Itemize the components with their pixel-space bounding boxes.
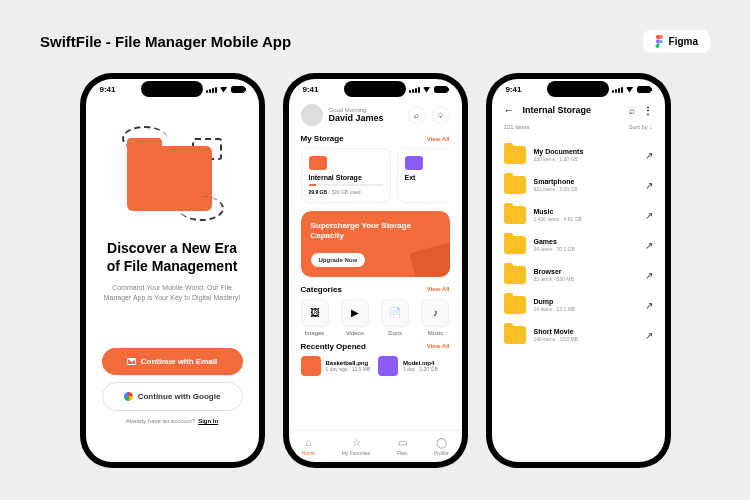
- avatar[interactable]: [301, 104, 323, 126]
- recent-file[interactable]: Basketball.png1 day ago · 12.5 MB: [301, 356, 373, 376]
- onboarding-headline: Discover a New Era of File Management: [102, 239, 243, 275]
- battery-icon: [637, 86, 651, 93]
- back-button[interactable]: ←: [504, 104, 515, 116]
- notifications-button[interactable]: ♤: [432, 106, 450, 124]
- folder-row[interactable]: Short Movie149 items · 33.8 MB↗: [504, 320, 653, 350]
- page-title: SwiftFile - File Manager Mobile App: [40, 33, 291, 50]
- folder-row[interactable]: Dump14 items · 13.1 MB↗: [504, 290, 653, 320]
- category-music[interactable]: ♪Music: [421, 299, 449, 336]
- nav-favorites[interactable]: ☆My Favorites: [342, 437, 371, 456]
- folder-name: Short Movie: [534, 328, 637, 335]
- video-icon: ▶: [341, 299, 369, 327]
- figma-label: Figma: [669, 36, 698, 47]
- nav-home[interactable]: ⌂Home: [302, 437, 315, 456]
- folder-icon: [504, 236, 526, 254]
- wifi-icon: [626, 87, 634, 93]
- folder-row[interactable]: Music1,420 items · 4.91 GB↗: [504, 200, 653, 230]
- folder-name: Dump: [534, 298, 637, 305]
- search-button[interactable]: ⌕: [629, 105, 635, 116]
- doc-icon: 📄: [381, 299, 409, 327]
- phone-home: 9:41 Good Morning David James ⌕ ♤ My Sto…: [283, 73, 468, 468]
- search-button[interactable]: ⌕: [408, 106, 426, 124]
- status-time: 9:41: [303, 85, 319, 94]
- phone-storage: 9:41 ← Internal Storage ⌕ ⋮ 121 items So…: [486, 73, 671, 468]
- arrow-icon: ↗: [645, 150, 653, 161]
- folder-icon: [504, 176, 526, 194]
- folder-name: My Documents: [534, 148, 637, 155]
- continue-google-button[interactable]: Continue with Google: [102, 382, 243, 411]
- folder-row[interactable]: Games34 items · 70.1 GB↗: [504, 230, 653, 260]
- signin-link[interactable]: Sign In: [198, 418, 218, 424]
- sort-button[interactable]: Sort by ↓: [629, 124, 653, 130]
- email-btn-label: Continue with Email: [141, 357, 217, 366]
- folder-row[interactable]: Browser32 items · 530 MB↗: [504, 260, 653, 290]
- folder-icon: [504, 326, 526, 344]
- folder-meta: 1,420 items · 4.91 GB: [534, 216, 637, 222]
- battery-icon: [231, 86, 245, 93]
- arrow-icon: ↗: [645, 300, 653, 311]
- google-btn-label: Continue with Google: [138, 392, 221, 401]
- item-count: 121 items: [504, 124, 530, 130]
- star-icon: ☆: [352, 437, 361, 448]
- file-thumb: [301, 356, 321, 376]
- folder-name: Games: [534, 238, 637, 245]
- folder-meta: 34 items · 70.1 GB: [534, 246, 637, 252]
- storage-name: Internal Storage: [309, 174, 383, 181]
- bell-icon: ♤: [437, 111, 444, 120]
- folder-icon: [504, 296, 526, 314]
- arrow-icon: ↗: [645, 270, 653, 281]
- figma-badge: Figma: [643, 30, 710, 53]
- upgrade-button[interactable]: Upgrade Now: [311, 253, 366, 267]
- folder-meta: 149 items · 33.8 MB: [534, 336, 637, 342]
- figma-icon: [655, 35, 664, 48]
- recent-file[interactable]: Model.mp41 day · 1.20 GB: [378, 356, 450, 376]
- signal-icon: [409, 87, 420, 93]
- username: David James: [329, 113, 402, 123]
- nav-files[interactable]: ▭Files: [397, 437, 408, 456]
- image-icon: 🖼: [301, 299, 329, 327]
- folder-row[interactable]: Smartphone921 items · 3.29 GB↗: [504, 170, 653, 200]
- category-images[interactable]: 🖼Images: [301, 299, 329, 336]
- folder-name: Smartphone: [534, 178, 637, 185]
- promo-card[interactable]: Supercharge Your Storage Capacity Upgrad…: [301, 211, 450, 277]
- promo-title: Supercharge Your Storage Capacity: [311, 221, 440, 242]
- onboarding-sub: Command Your Mobile World: Our File Mana…: [102, 283, 243, 303]
- more-button[interactable]: ⋮: [643, 105, 653, 116]
- music-icon: ♪: [421, 299, 449, 327]
- phone-onboarding: 9:41 Discover a New Era of File Manageme…: [80, 73, 265, 468]
- folder-icon: [504, 146, 526, 164]
- view-all-link[interactable]: View All: [427, 286, 450, 292]
- storage-label: My Storage: [301, 134, 344, 143]
- category-docs[interactable]: 📄Docs: [381, 299, 409, 336]
- categories-label: Categories: [301, 285, 342, 294]
- google-icon: [124, 392, 133, 401]
- arrow-icon: ↗: [645, 330, 653, 341]
- battery-icon: [434, 86, 448, 93]
- person-icon: ◯: [436, 437, 447, 448]
- svg-point-0: [659, 40, 662, 43]
- status-time: 9:41: [100, 85, 116, 94]
- wifi-icon: [220, 87, 228, 93]
- storage-card-internal[interactable]: Internal Storage 29.9 GB / 320 GB used: [301, 148, 391, 203]
- arrow-icon: ↗: [645, 240, 653, 251]
- folder-row[interactable]: My Documents230 items · 1.20 GB↗: [504, 140, 653, 170]
- folder-illustration: [117, 126, 227, 221]
- home-icon: ⌂: [305, 437, 311, 448]
- folder-meta: 32 items · 530 MB: [534, 276, 637, 282]
- recent-label: Recently Opened: [301, 342, 366, 351]
- arrow-icon: ↗: [645, 210, 653, 221]
- folder-icon: [409, 242, 450, 277]
- continue-email-button[interactable]: Continue with Email: [102, 348, 243, 375]
- view-all-link[interactable]: View All: [427, 343, 450, 349]
- category-videos[interactable]: ▶Videos: [341, 299, 369, 336]
- folder-name: Music: [534, 208, 637, 215]
- nav-profile[interactable]: ◯Profile: [434, 437, 448, 456]
- screen-title: Internal Storage: [523, 105, 621, 115]
- folder-meta: 14 items · 13.1 MB: [534, 306, 637, 312]
- storage-card-external[interactable]: Ext: [397, 148, 450, 203]
- folder-meta: 921 items · 3.29 GB: [534, 186, 637, 192]
- arrow-icon: ↗: [645, 180, 653, 191]
- signin-prompt: Already have an account?: [126, 418, 195, 424]
- view-all-link[interactable]: View All: [427, 136, 450, 142]
- signal-icon: [612, 87, 623, 93]
